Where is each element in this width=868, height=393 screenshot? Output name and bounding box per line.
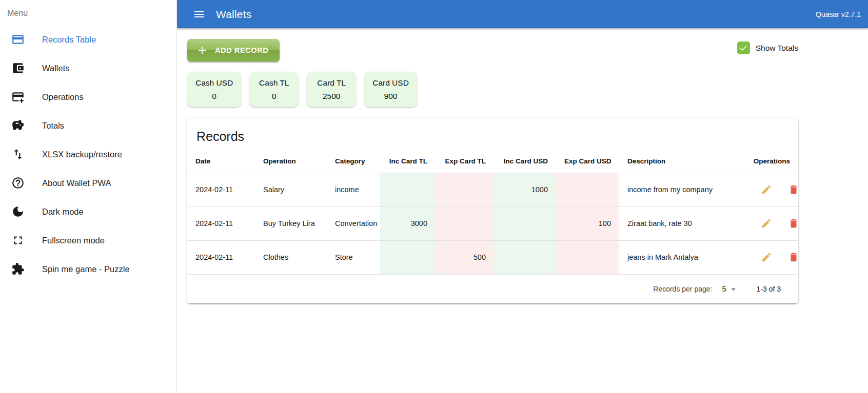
records-per-page-select[interactable]: 5 [722, 284, 738, 295]
wallet-cards-row: Cash USD 0 Cash TL 0 Card TL 2500 Card U… [187, 72, 798, 107]
cell-description: Ziraat bank, rate 30 [619, 206, 739, 240]
cell-description: income from my company [619, 173, 739, 206]
cell-operation: Clothes [255, 240, 327, 274]
cell-date: 2024-02-11 [187, 173, 255, 206]
wallet-card-cash-tl: Cash TL 0 [249, 72, 299, 107]
cell-inc-card-tl [380, 173, 436, 206]
sidebar-item-operations[interactable]: Operations [0, 82, 176, 111]
table-row: 2024-02-11 Buy Turkey Lira Convertation … [187, 206, 798, 240]
cell-operations [739, 173, 798, 206]
show-totals-label: Show Totals [756, 44, 798, 53]
records-per-page-value: 5 [722, 285, 726, 293]
wallet-card-card-tl: Card TL 2500 [307, 72, 356, 107]
cell-inc-card-tl [380, 240, 436, 274]
puzzle-icon [11, 262, 25, 276]
left-drawer: Menu Records Table Wallets Operations To… [0, 0, 177, 393]
delete-record-button[interactable] [788, 218, 798, 229]
delete-record-button[interactable] [788, 252, 798, 263]
cell-inc-card-usd [494, 206, 556, 240]
fullscreen-icon [11, 234, 25, 247]
wallet-value: 900 [372, 90, 409, 102]
col-header-operations[interactable]: Operations [739, 150, 798, 173]
cell-category: Store [327, 240, 380, 274]
trash-icon [788, 218, 798, 229]
wallet-value: 0 [195, 90, 233, 102]
col-header-exp-card-usd[interactable]: Exp Card USD [556, 150, 619, 173]
main-area: ADD RECORD Show Totals Cash USD 0 Cash T… [177, 28, 868, 393]
page-title: Wallets [216, 8, 251, 20]
moon-icon [11, 205, 25, 218]
wallet-name: Card USD [372, 76, 409, 90]
sidebar-item-label: Wallets [42, 64, 69, 73]
cell-inc-card-usd: 1000 [494, 173, 556, 206]
trash-icon [788, 252, 798, 263]
pagination-range-label: 1-3 of 3 [757, 285, 781, 293]
cell-date: 2024-02-11 [187, 240, 255, 274]
sidebar-item-label: Records Table [42, 35, 96, 45]
records-per-page-label: Records per page: [653, 285, 712, 293]
wallet-name: Card TL [315, 76, 348, 90]
drawer-menu-label: Menu [0, 0, 176, 25]
show-totals-toggle[interactable]: Show Totals [737, 42, 798, 54]
sidebar-item-spin-game[interactable]: Spin me game - Puzzle [0, 255, 176, 283]
cell-inc-card-tl: 3000 [380, 206, 436, 240]
wallet-name: Cash TL [258, 76, 290, 90]
chevron-down-icon [728, 284, 739, 295]
col-header-exp-card-tl[interactable]: Exp Card TL [436, 150, 494, 173]
edit-record-button[interactable] [761, 218, 772, 229]
table-row: 2024-02-11 Salary income 1000 income fro… [187, 173, 798, 206]
pencil-icon [761, 184, 772, 195]
pencil-icon [761, 218, 772, 229]
table-pagination: Records per page: 5 1-3 of 3 [187, 274, 798, 303]
table-header-row: Date Operation Category Inc Card TL Exp … [187, 150, 798, 173]
cell-exp-card-tl [436, 173, 494, 206]
cell-date: 2024-02-11 [187, 206, 255, 240]
col-header-operation[interactable]: Operation [255, 150, 327, 173]
sidebar-item-fullscreen[interactable]: Fullscreen mode [0, 226, 176, 255]
records-title: Records [187, 118, 798, 150]
sidebar-item-wallets[interactable]: Wallets [0, 54, 176, 82]
add-card-icon [11, 90, 25, 104]
wallet-value: 0 [258, 90, 290, 102]
delete-record-button[interactable] [788, 184, 798, 195]
sidebar-item-label: Totals [42, 121, 64, 131]
col-header-date[interactable]: Date [187, 150, 255, 173]
cell-operations [739, 240, 798, 274]
add-record-label: ADD RECORD [215, 46, 268, 54]
cell-category: Convertation [327, 206, 380, 240]
sidebar-item-label: About Wallet PWA [42, 178, 111, 188]
col-header-description[interactable]: Description [619, 150, 739, 173]
hamburger-icon[interactable] [189, 4, 209, 25]
sidebar-item-label: Dark mode [42, 207, 84, 217]
records-table: Date Operation Category Inc Card TL Exp … [187, 150, 798, 274]
sidebar-item-about[interactable]: About Wallet PWA [0, 169, 176, 197]
wallet-value: 2500 [315, 90, 348, 102]
plus-icon [196, 44, 208, 56]
col-header-inc-card-usd[interactable]: Inc Card USD [494, 150, 556, 173]
edit-record-button[interactable] [761, 184, 772, 195]
sidebar-item-totals[interactable]: Totals [0, 111, 176, 140]
sidebar-item-label: Fullscreen mode [42, 236, 105, 245]
add-record-button[interactable]: ADD RECORD [187, 39, 280, 61]
cell-exp-card-usd [556, 240, 619, 274]
edit-record-button[interactable] [761, 252, 772, 263]
help-icon [11, 176, 25, 190]
cell-operation: Buy Turkey Lira [255, 206, 327, 240]
cell-exp-card-usd [556, 173, 619, 206]
cell-exp-card-usd: 100 [556, 206, 619, 240]
checkbox-checked-icon[interactable] [737, 42, 750, 54]
cell-inc-card-usd [494, 240, 556, 274]
col-header-inc-card-tl[interactable]: Inc Card TL [380, 150, 436, 173]
cell-exp-card-tl [436, 206, 494, 240]
wallet-card-cash-usd: Cash USD 0 [187, 72, 241, 107]
cell-description: jeans in Mark Antalya [619, 240, 739, 274]
sidebar-item-records-table[interactable]: Records Table [0, 25, 176, 54]
pencil-icon [761, 252, 772, 263]
sidebar-item-dark-mode[interactable]: Dark mode [0, 197, 176, 226]
records-card: Records Date Operation Category Inc Card… [187, 118, 798, 303]
col-header-category[interactable]: Category [327, 150, 380, 173]
sidebar-item-xlsx-backup[interactable]: XLSX backup/restore [0, 140, 176, 169]
cell-exp-card-tl: 500 [436, 240, 494, 274]
table-row: 2024-02-11 Clothes Store 500 jeans in Ma… [187, 240, 798, 274]
wallet-icon [11, 61, 25, 75]
